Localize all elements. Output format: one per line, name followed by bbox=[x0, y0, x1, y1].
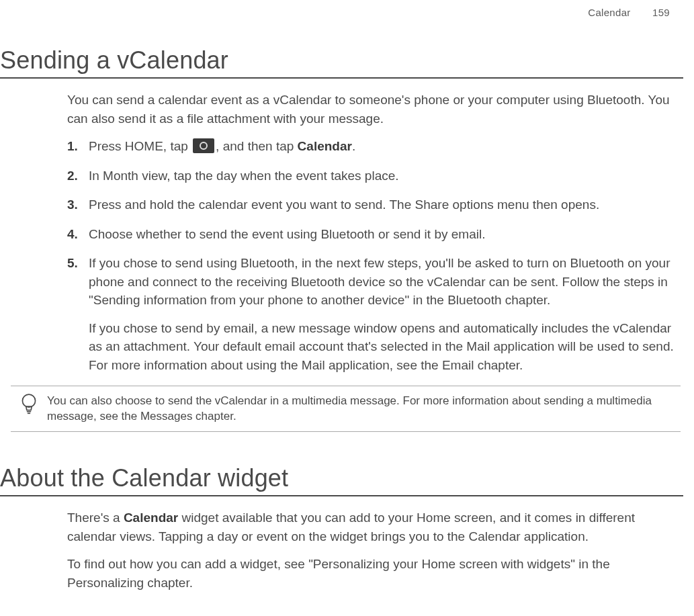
section-title-widget: About the Calendar widget bbox=[0, 464, 683, 496]
lightbulb-icon bbox=[11, 393, 47, 419]
page-header: Calendar 159 bbox=[0, 7, 683, 18]
chapter-name: Calendar bbox=[588, 7, 630, 18]
step5-sub: If you chose to send by email, a new mes… bbox=[89, 319, 681, 375]
calendar-app-name: Calendar bbox=[298, 139, 352, 153]
steps-list: Press HOME, tap , and then tap Calendar.… bbox=[67, 137, 681, 374]
home-apps-icon bbox=[193, 138, 214, 153]
intro-paragraph: You can send a calendar event as a vCale… bbox=[67, 91, 681, 128]
section2-content: There's a Calendar widget available that… bbox=[0, 509, 683, 592]
step1-text-c: . bbox=[352, 139, 355, 153]
step-3: Press and hold the calendar event you wa… bbox=[67, 195, 681, 214]
section-title-vcalendar: Sending a vCalendar bbox=[0, 46, 683, 79]
page-number: 159 bbox=[652, 7, 670, 18]
step-4: Choose whether to send the event using B… bbox=[67, 225, 681, 244]
step1-text-b: , and then tap bbox=[216, 139, 298, 153]
step-2: In Month view, tap the day when the even… bbox=[67, 167, 681, 185]
svg-point-0 bbox=[22, 394, 35, 407]
p1-a: There's a bbox=[67, 511, 124, 525]
tip-box: You can also choose to send the vCalenda… bbox=[11, 386, 681, 433]
step1-text-a: Press HOME, tap bbox=[89, 139, 191, 153]
tip-text: You can also choose to send the vCalenda… bbox=[47, 393, 678, 425]
widget-paragraph-1: There's a Calendar widget available that… bbox=[67, 509, 681, 545]
widget-paragraph-2: To find out how you can add a widget, se… bbox=[67, 555, 681, 592]
step5-main: If you chose to send using Bluetooth, in… bbox=[89, 256, 670, 307]
step-1: Press HOME, tap , and then tap Calendar. bbox=[67, 137, 681, 156]
step-5: If you chose to send using Bluetooth, in… bbox=[67, 254, 681, 374]
section1-content: You can send a calendar event as a vCale… bbox=[0, 91, 683, 375]
calendar-widget-name: Calendar bbox=[124, 511, 178, 525]
